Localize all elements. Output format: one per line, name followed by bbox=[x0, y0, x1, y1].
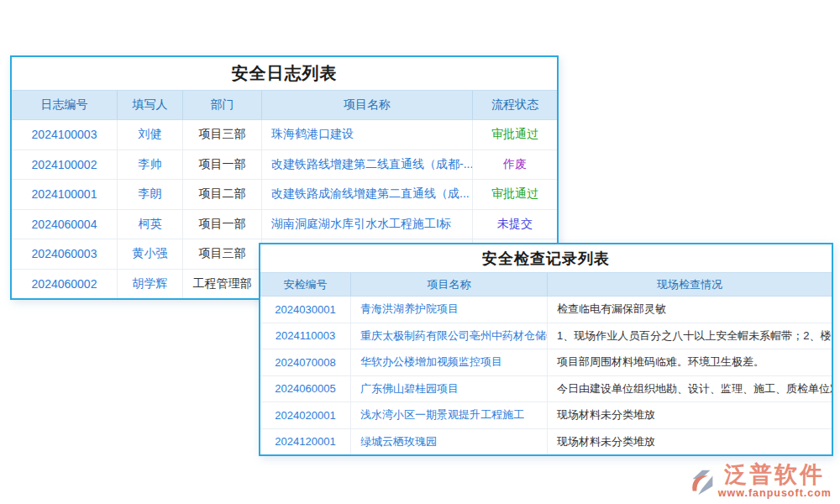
writer-link[interactable]: 刘健 bbox=[118, 120, 183, 150]
table-row: 2024100003 刘健 项目三部 珠海鹤港口建设 审批通过 bbox=[12, 120, 557, 150]
dept-cell: 项目二部 bbox=[183, 180, 262, 209]
inspection-cell: 检查临电有漏保部灵敏 bbox=[548, 297, 832, 323]
table-row: 2024020001 浅水湾小区一期景观提升工程施工 现场材料未分类堆放 bbox=[260, 402, 832, 429]
safety-log-header-row: 日志编号 填写人 部门 项目名称 流程状态 bbox=[12, 90, 557, 120]
check-id-link[interactable]: 2024110003 bbox=[260, 323, 351, 349]
safety-log-title: 安全日志列表 bbox=[12, 57, 557, 90]
safety-inspection-body: 2024030001 青海洪湖养护院项目 检查临电有漏保部灵敏 20241100… bbox=[260, 297, 832, 454]
inspection-cell: 现场材料未分类堆放 bbox=[548, 429, 832, 455]
inspection-cell: 项目部周围材料堆码临难。环境卫生极差。 bbox=[548, 349, 832, 375]
log-id-link[interactable]: 2024060003 bbox=[12, 239, 118, 269]
fanpu-logo-name: 泛普软件 bbox=[724, 464, 825, 486]
safety-inspection-header-row: 安检编号 项目名称 现场检查情况 bbox=[260, 272, 832, 297]
check-id-link[interactable]: 2024030001 bbox=[260, 297, 351, 323]
project-link[interactable]: 改建铁路线增建第二线直通线（成都-... bbox=[262, 150, 473, 180]
table-row: 2024110003 重庆太极制药有限公司亳州中药材仓储物... 1、现场作业人… bbox=[260, 323, 832, 350]
project-link[interactable]: 重庆太极制药有限公司亳州中药材仓储物... bbox=[351, 323, 548, 349]
dept-cell: 项目一部 bbox=[183, 210, 262, 239]
project-link[interactable]: 珠海鹤港口建设 bbox=[262, 120, 473, 150]
dept-cell: 项目三部 bbox=[183, 239, 262, 269]
writer-link[interactable]: 黄小强 bbox=[118, 239, 183, 269]
project-link[interactable]: 华软办公楼增加视频监控项目 bbox=[351, 349, 548, 375]
project-link[interactable]: 绿城云栖玫瑰园 bbox=[351, 429, 548, 455]
inspection-cell: 1、现场作业人员百分之八十以上安全帽未系帽带；2、楼内灭火... bbox=[548, 323, 832, 349]
status-badge: 未提交 bbox=[473, 210, 557, 239]
inspection-cell: 今日由建设单位组织地勘、设计、监理、施工、质检单位对试打... bbox=[548, 376, 832, 402]
col-header-inspection: 现场检查情况 bbox=[548, 273, 832, 296]
project-link[interactable]: 湖南洞庭湖水库引水水工程施工I标 bbox=[262, 210, 473, 239]
col-header-project: 项目名称 bbox=[351, 273, 548, 296]
log-id-link[interactable]: 2024100001 bbox=[12, 180, 118, 209]
table-row: 2024060004 柯英 项目一部 湖南洞庭湖水库引水水工程施工I标 未提交 bbox=[12, 210, 557, 240]
project-link[interactable]: 青海洪湖养护院项目 bbox=[351, 297, 548, 323]
inspection-cell: 现场材料未分类堆放 bbox=[548, 402, 832, 428]
col-header-log-id: 日志编号 bbox=[12, 91, 118, 119]
safety-inspection-title: 安全检查记录列表 bbox=[260, 244, 832, 272]
writer-link[interactable]: 李朗 bbox=[118, 180, 183, 209]
log-id-link[interactable]: 2024100003 bbox=[12, 120, 118, 150]
log-id-link[interactable]: 2024060004 bbox=[12, 210, 118, 239]
table-row: 2024120001 绿城云栖玫瑰园 现场材料未分类堆放 bbox=[260, 429, 832, 455]
fanpu-logo: 泛普软件 www.fanpusoft.com bbox=[686, 464, 832, 499]
fanpu-logo-icon bbox=[686, 465, 718, 499]
col-header-writer: 填写人 bbox=[118, 91, 183, 119]
table-row: 2024070008 华软办公楼增加视频监控项目 项目部周围材料堆码临难。环境卫… bbox=[260, 349, 832, 376]
table-row: 2024100002 李帅 项目一部 改建铁路线增建第二线直通线（成都-... … bbox=[12, 150, 557, 181]
status-badge: 作废 bbox=[473, 150, 557, 180]
table-row: 2024030001 青海洪湖养护院项目 检查临电有漏保部灵敏 bbox=[260, 297, 832, 323]
project-link[interactable]: 浅水湾小区一期景观提升工程施工 bbox=[351, 402, 548, 428]
writer-link[interactable]: 胡学辉 bbox=[118, 270, 183, 299]
project-link[interactable]: 改建铁路成渝线增建第二直通线（成... bbox=[262, 180, 473, 209]
project-link[interactable]: 广东佛山碧桂园项目 bbox=[351, 376, 548, 402]
fanpu-logo-text-block: 泛普软件 www.fanpusoft.com bbox=[718, 464, 832, 499]
table-row: 2024100001 李朗 项目二部 改建铁路成渝线增建第二直通线（成... 审… bbox=[12, 180, 557, 210]
check-id-link[interactable]: 2024070008 bbox=[260, 349, 351, 375]
page-canvas: 安全日志列表 日志编号 填写人 部门 项目名称 流程状态 2024100003 … bbox=[0, 0, 840, 504]
status-badge: 审批通过 bbox=[473, 180, 557, 209]
col-header-status: 流程状态 bbox=[473, 91, 557, 119]
dept-cell: 项目三部 bbox=[183, 120, 262, 150]
writer-link[interactable]: 柯英 bbox=[118, 210, 183, 239]
status-badge: 审批通过 bbox=[473, 120, 557, 150]
log-id-link[interactable]: 2024100002 bbox=[12, 150, 118, 180]
col-header-dept: 部门 bbox=[183, 91, 262, 119]
log-id-link[interactable]: 2024060002 bbox=[12, 270, 118, 299]
dept-cell: 工程管理部 bbox=[183, 270, 262, 299]
check-id-link[interactable]: 2024020001 bbox=[260, 402, 351, 428]
check-id-link[interactable]: 2024060005 bbox=[260, 376, 351, 402]
col-header-check-id: 安检编号 bbox=[260, 273, 351, 296]
check-id-link[interactable]: 2024120001 bbox=[260, 429, 351, 455]
table-row: 2024060005 广东佛山碧桂园项目 今日由建设单位组织地勘、设计、监理、施… bbox=[260, 376, 832, 403]
dept-cell: 项目一部 bbox=[183, 150, 262, 180]
safety-inspection-table: 安全检查记录列表 安检编号 项目名称 现场检查情况 2024030001 青海洪… bbox=[259, 243, 833, 456]
col-header-project: 项目名称 bbox=[262, 91, 473, 119]
fanpu-logo-url: www.fanpusoft.com bbox=[718, 488, 832, 499]
writer-link[interactable]: 李帅 bbox=[118, 150, 183, 180]
